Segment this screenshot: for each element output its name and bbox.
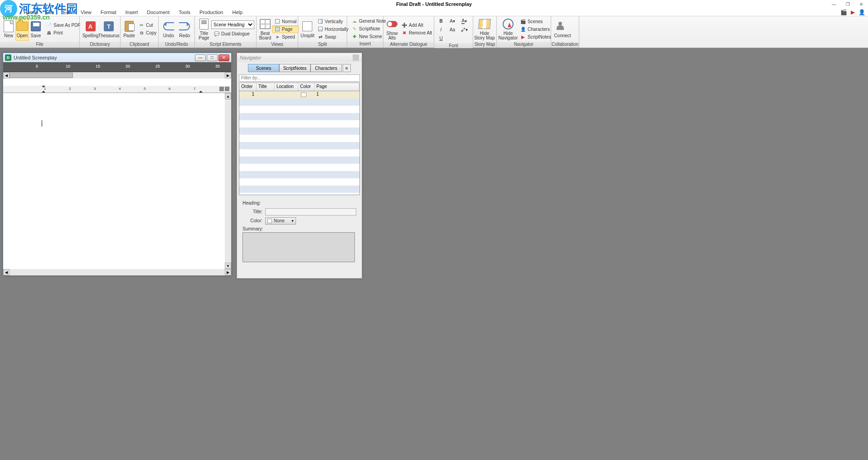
menu-insert[interactable]: Insert bbox=[121, 8, 143, 16]
scroll-left-icon-2[interactable]: ◀ bbox=[3, 269, 10, 275]
close-button[interactable]: ✕ bbox=[854, 0, 868, 8]
col-title[interactable]: Title bbox=[257, 83, 275, 91]
nav-characters-button[interactable]: 👤Characters bbox=[518, 25, 553, 33]
font-size-button[interactable]: A▾ bbox=[447, 17, 458, 25]
split-horizontally-button[interactable]: Horizontally bbox=[315, 25, 351, 33]
doc-vertical-scrollbar[interactable]: ▲ ▼ bbox=[225, 93, 231, 269]
scroll-left-icon[interactable]: ◀ bbox=[3, 72, 10, 78]
menu-edit[interactable]: Edit bbox=[58, 8, 76, 16]
table-row[interactable] bbox=[239, 113, 359, 120]
ruler-mode-2[interactable] bbox=[225, 87, 229, 91]
table-row[interactable] bbox=[239, 186, 359, 193]
tab-scriptnotes[interactable]: ScriptNotes bbox=[279, 64, 310, 72]
table-row[interactable] bbox=[239, 142, 359, 149]
table-row[interactable] bbox=[239, 149, 359, 157]
save-as-pdf-button[interactable]: 📄Save As PDF bbox=[44, 21, 82, 29]
thesaurus-button[interactable]: TThesaurus bbox=[99, 17, 118, 41]
scroll-right-icon[interactable]: ▶ bbox=[225, 72, 231, 78]
menu-help[interactable]: Help bbox=[228, 8, 247, 16]
table-row[interactable] bbox=[239, 178, 359, 186]
menu-home[interactable]: Home bbox=[19, 8, 41, 16]
title-input[interactable] bbox=[265, 208, 356, 215]
dual-dialogue-button[interactable]: 💬Dual Dialogue bbox=[211, 30, 254, 38]
cut-button[interactable]: ✂Cut bbox=[136, 21, 159, 29]
doc-ruler[interactable]: 1 2 3 4 5 6 7 bbox=[3, 86, 231, 93]
remove-alt-button[interactable]: ✖Remove Alt bbox=[399, 29, 434, 37]
underline-button[interactable]: U bbox=[436, 34, 446, 42]
add-alt-button[interactable]: ➕Add Alt bbox=[399, 21, 434, 29]
unsplit-button[interactable]: Unsplit bbox=[300, 17, 315, 41]
scroll-thumb[interactable] bbox=[10, 73, 73, 78]
menu-format[interactable]: Format bbox=[96, 8, 121, 16]
title-page-button[interactable]: Title Page bbox=[197, 17, 211, 41]
summary-textarea[interactable] bbox=[242, 232, 355, 262]
new-scene-button[interactable]: ✚New Scene bbox=[349, 33, 388, 40]
open-button[interactable]: Open bbox=[15, 17, 29, 41]
connect-button[interactable]: Connect bbox=[553, 17, 572, 41]
table-row[interactable] bbox=[239, 127, 359, 135]
doc-minimize-button[interactable]: — bbox=[195, 54, 206, 61]
nav-scenes-button[interactable]: 🎬Scenes bbox=[518, 18, 553, 25]
indent-marker-right[interactable] bbox=[199, 89, 203, 93]
hide-story-map-button[interactable]: Hide Story Map bbox=[475, 17, 494, 41]
table-row[interactable] bbox=[239, 164, 359, 171]
document-page[interactable] bbox=[3, 93, 225, 269]
play-icon[interactable]: ▶ bbox=[849, 9, 856, 16]
show-alts-button[interactable]: Show Alts bbox=[385, 17, 399, 41]
undo-button[interactable]: Undo bbox=[160, 17, 177, 41]
color-select[interactable]: None ▾ bbox=[265, 217, 296, 225]
doc-close-button[interactable]: ✕ bbox=[218, 54, 229, 61]
navigator-titlebar[interactable]: Navigator bbox=[237, 53, 362, 62]
copy-button[interactable]: ⧉Copy bbox=[136, 29, 159, 37]
tab-characters[interactable]: Characters bbox=[310, 64, 342, 72]
clapboard-icon[interactable]: 🎬 bbox=[840, 9, 847, 16]
user-icon[interactable]: 👤 bbox=[858, 9, 865, 16]
beat-board-button[interactable]: Beat Board bbox=[258, 17, 272, 41]
paste-button[interactable]: Paste bbox=[122, 17, 136, 41]
table-row[interactable] bbox=[239, 157, 359, 164]
menu-production[interactable]: Production bbox=[195, 8, 228, 16]
col-order[interactable]: Order bbox=[239, 83, 257, 91]
hide-navigator-button[interactable]: Hide Navigator bbox=[499, 17, 518, 41]
ruler-mode-1[interactable] bbox=[219, 87, 224, 91]
table-row[interactable]: 1 1 bbox=[239, 91, 359, 98]
navigator-close-button[interactable] bbox=[353, 54, 359, 61]
doc-maximize-button[interactable]: □ bbox=[207, 54, 218, 61]
doc-horizontal-scrollbar[interactable]: ◀ ▶ bbox=[3, 269, 231, 275]
navigator-settings-button[interactable]: ≡ bbox=[343, 64, 351, 72]
case-button[interactable]: Aa bbox=[447, 26, 458, 34]
col-page[interactable]: Page bbox=[315, 83, 359, 91]
filter-input[interactable] bbox=[239, 74, 360, 82]
speed-view-button[interactable]: ➤Speed bbox=[272, 33, 299, 41]
spelling-button[interactable]: ASpelling bbox=[82, 17, 99, 41]
scroll-up-icon[interactable]: ▲ bbox=[225, 93, 231, 99]
redo-button[interactable]: Redo bbox=[177, 17, 193, 41]
bold-button[interactable]: B bbox=[436, 17, 446, 25]
menu-view[interactable]: View bbox=[76, 8, 96, 16]
nav-scriptnotes-button[interactable]: ▶ScriptNotes bbox=[518, 33, 553, 41]
script-note-button[interactable]: ✎ScriptNote bbox=[349, 25, 388, 33]
maximize-button[interactable]: ❐ bbox=[841, 0, 854, 8]
col-color[interactable]: Color bbox=[298, 83, 315, 91]
page-view-button[interactable]: Page bbox=[272, 25, 299, 33]
doc-ruler-overview[interactable]: 5 10 15 20 25 30 35 bbox=[3, 62, 231, 72]
menu-file[interactable]: File bbox=[41, 8, 58, 16]
normal-view-button[interactable]: Normal bbox=[272, 18, 299, 25]
swap-button[interactable]: ⇄Swap bbox=[315, 33, 351, 41]
scroll-right-icon-2[interactable]: ▶ bbox=[225, 269, 231, 275]
new-button[interactable]: New bbox=[2, 17, 15, 41]
save-button[interactable]: Save bbox=[29, 17, 43, 41]
indent-marker-bottom[interactable] bbox=[42, 89, 45, 93]
scroll-down-icon[interactable]: ▼ bbox=[225, 263, 231, 269]
print-button[interactable]: 🖶Print bbox=[44, 29, 82, 37]
minimize-button[interactable]: — bbox=[827, 0, 841, 8]
font-color-button[interactable]: A▾ bbox=[459, 17, 470, 25]
col-location[interactable]: Location bbox=[275, 83, 298, 91]
tab-scenes[interactable]: Scenes bbox=[248, 64, 279, 72]
menu-document[interactable]: Document bbox=[142, 8, 174, 16]
menu-tools[interactable]: Tools bbox=[174, 8, 195, 16]
table-row[interactable] bbox=[239, 120, 359, 127]
element-select[interactable]: Scene Heading bbox=[211, 20, 254, 29]
split-vertically-button[interactable]: Vertically bbox=[315, 18, 351, 25]
doc-overview-scrollbar[interactable]: ◀ ▶ bbox=[3, 72, 231, 78]
